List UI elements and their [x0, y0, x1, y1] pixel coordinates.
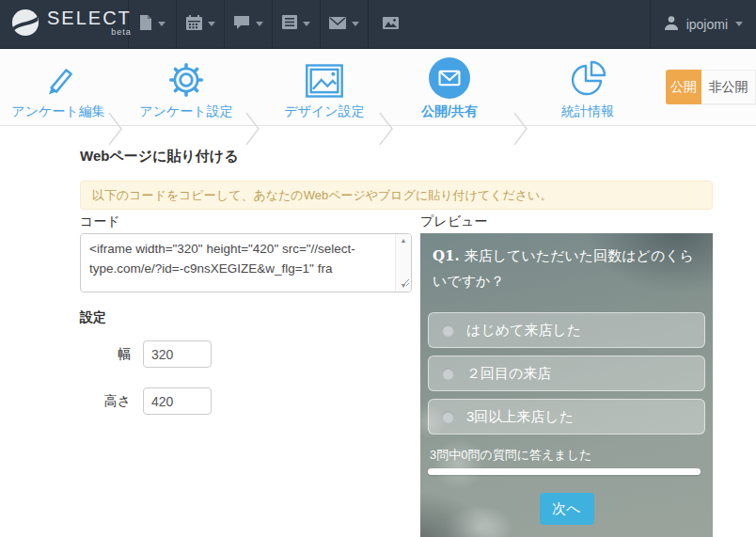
survey-preview-panel: Q1.来店していただいた回数はどのくらいですか？ はじめて来店した ２回目の来店… [420, 233, 713, 537]
image-icon [383, 16, 399, 33]
step-arrow-icon [512, 111, 529, 150]
survey-option[interactable]: ２回目の来店 [428, 355, 705, 391]
gear-icon [120, 55, 252, 100]
chat-icon [234, 15, 250, 34]
step-label: 公開/共有 [384, 103, 515, 120]
step-label: デザイン設定 [259, 103, 390, 120]
nav-menu-messages[interactable] [225, 0, 273, 48]
step-survey-edit[interactable]: アンケート編集 [0, 55, 124, 120]
survey-options: はじめて来店した ２回目の来店 3回以上来店した [428, 312, 705, 442]
question-text: 来店していただいた回数はどのくらいですか？ [433, 247, 694, 289]
option-label: はじめて来店した [466, 322, 581, 340]
publish-toggle: 公開 非公開 [666, 70, 756, 104]
step-label: アンケート設定 [120, 103, 252, 120]
radio-icon[interactable] [442, 324, 454, 337]
height-field-row: 高さ [80, 387, 212, 415]
top-navbar: SELECT beta [0, 0, 756, 49]
nav-menu-images[interactable] [369, 0, 412, 48]
calendar-icon [186, 15, 202, 34]
next-button[interactable]: 次へ [540, 493, 594, 525]
page-title: Webページに貼り付ける [80, 148, 239, 166]
progress-status-text: 3問中0問の質問に答えました [430, 447, 591, 464]
chevron-down-icon [158, 22, 165, 26]
height-input[interactable] [143, 387, 212, 415]
app-window: SELECT beta [0, 0, 756, 537]
nav-menu-mail[interactable] [321, 0, 369, 48]
brand-logo[interactable]: SELECT beta [0, 0, 129, 48]
code-label: コード [80, 213, 120, 230]
user-icon [664, 15, 679, 34]
settings-label: 設定 [80, 309, 106, 326]
survey-option[interactable]: はじめて来店した [428, 312, 705, 348]
nav-menu-calendar[interactable] [177, 0, 225, 48]
pencil-icon [0, 55, 124, 100]
embed-code-textarea[interactable]: <iframe width="320" height="420" src="//… [80, 233, 412, 292]
pie-chart-icon [522, 55, 654, 100]
width-input[interactable] [143, 340, 212, 368]
select-logo-icon [11, 8, 39, 40]
option-label: ２回目の来店 [466, 365, 551, 383]
radio-icon[interactable] [442, 411, 454, 423]
brand-name: SELECT [47, 8, 132, 28]
height-label: 高さ [80, 393, 143, 410]
chevron-down-icon [208, 22, 215, 26]
chevron-down-icon [352, 22, 359, 26]
step-navigation: アンケート編集 アンケート設定 [0, 49, 756, 126]
list-icon [282, 15, 297, 33]
progress-bar [428, 468, 701, 475]
option-label: 3回以上来店した [466, 408, 574, 426]
width-label: 幅 [80, 346, 143, 363]
public-button[interactable]: 公開 [666, 70, 701, 104]
survey-question: Q1.来店していただいた回数はどのくらいですか？ [420, 233, 713, 292]
mail-circle-icon [384, 55, 515, 100]
preview-label: プレビュー [420, 213, 487, 230]
width-field-row: 幅 [80, 340, 212, 368]
step-design-settings[interactable]: デザイン設定 [259, 55, 390, 120]
design-image-icon [259, 55, 390, 100]
step-survey-settings[interactable]: アンケート設定 [120, 55, 252, 120]
chevron-down-icon [303, 22, 310, 26]
resize-grip-icon[interactable] [402, 274, 410, 291]
notice-box: 以下のコードをコピーして、あなたのWebページやブログに貼り付けてください。 [80, 181, 713, 210]
mail-icon [329, 16, 346, 33]
nav-menu-surveys[interactable] [129, 0, 177, 48]
scroll-up-icon[interactable]: ▲ [401, 237, 407, 244]
file-icon [139, 15, 152, 34]
brand-beta-label: beta [47, 28, 132, 37]
user-menu[interactable]: ipojomi [650, 0, 756, 48]
radio-icon[interactable] [442, 368, 454, 380]
survey-option[interactable]: 3回以上来店した [428, 399, 705, 434]
step-label: アンケート編集 [0, 103, 124, 120]
step-arrow-icon [378, 111, 395, 150]
nav-menu-forms[interactable] [273, 0, 321, 48]
step-arrow-icon [244, 111, 261, 150]
step-arrow-icon [107, 111, 124, 150]
private-button[interactable]: 非公開 [701, 70, 756, 104]
chevron-down-icon [735, 22, 743, 26]
step-label: 統計情報 [522, 103, 654, 120]
chevron-down-icon [256, 22, 263, 26]
step-publish-share[interactable]: 公開/共有 [384, 55, 515, 120]
question-number: Q1. [433, 247, 460, 264]
user-name: ipojomi [686, 17, 728, 32]
step-statistics[interactable]: 統計情報 [522, 55, 654, 120]
nav-menu-group [129, 0, 412, 48]
embed-code-wrap: <iframe width="320" height="420" src="//… [80, 233, 412, 292]
